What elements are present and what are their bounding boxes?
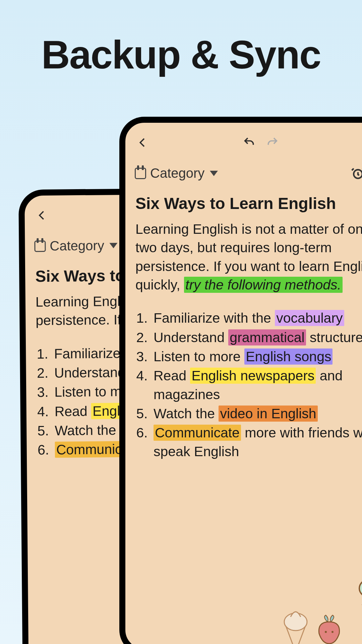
svg-point-7 — [284, 613, 307, 631]
highlight: Communicate — [154, 425, 241, 441]
alarm-icon[interactable] — [350, 165, 362, 181]
list-item: Familiarize with the vocabulary — [152, 309, 362, 327]
highlight: vocabulary — [275, 310, 344, 326]
list-item: Listen to more English songs — [152, 347, 362, 366]
svg-point-9 — [331, 631, 334, 633]
chevron-down-icon — [210, 171, 218, 176]
redo-icon — [262, 133, 282, 152]
hero-title: Backup & Sync — [0, 32, 362, 77]
chevron-down-icon — [110, 243, 118, 248]
list-item: Understand grammatical structure — [152, 328, 362, 347]
list-item: Communicate more with friends who speak … — [152, 424, 362, 461]
category-selector[interactable]: Category — [33, 236, 119, 256]
archive-icon — [34, 240, 46, 252]
category-selector[interactable]: Category — [133, 164, 219, 183]
note-body[interactable]: Learning English is not a matter of one … — [125, 218, 362, 294]
note-list[interactable]: Familiarize with the vocabularyUnderstan… — [125, 294, 362, 461]
archive-icon — [135, 168, 146, 179]
highlight: grammatical — [228, 329, 306, 345]
list-item: Watch the video in English — [152, 405, 362, 423]
category-label: Category — [150, 166, 204, 181]
highlight: video in English — [219, 406, 317, 422]
phone-front: Category Six Ways to Learn English Learn… — [120, 117, 362, 644]
svg-point-8 — [325, 631, 327, 633]
back-icon[interactable] — [133, 133, 152, 152]
undo-icon[interactable] — [240, 133, 259, 152]
list-item: Read English newspapers and magazines — [152, 367, 362, 404]
back-icon[interactable] — [32, 206, 52, 225]
highlight: English newspapers — [190, 368, 316, 384]
highlight: try the following methods. — [184, 277, 343, 293]
svg-point-4 — [359, 577, 362, 600]
sticker-doodle — [269, 525, 362, 644]
category-label: Category — [50, 238, 104, 253]
highlight: English songs — [244, 348, 333, 365]
note-title: Six Ways to Learn English — [125, 183, 362, 218]
